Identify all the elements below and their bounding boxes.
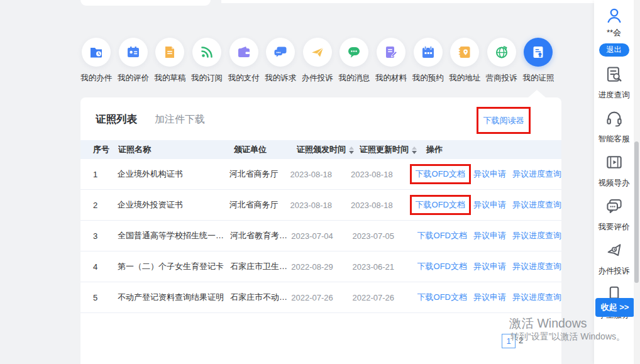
download-ofd-highlight-box: 下载OFD文档 xyxy=(410,195,471,215)
table-row: 1企业境外机构证书河北省商务厅2023-08-182023-08-18下载OFD… xyxy=(80,159,561,190)
user-icon xyxy=(605,6,624,25)
objection-apply-link[interactable]: 异议申请 xyxy=(473,168,506,180)
service-item-label: 我的证照 xyxy=(522,73,554,84)
service-item-chat-duo[interactable]: 我的诉求 xyxy=(262,38,299,84)
cell-actions: 下载OFD文档异议申请异议进度查询 xyxy=(417,261,561,272)
service-item-rss[interactable]: 我的订阅 xyxy=(189,38,226,84)
cell-issue-date: 2023-07-04 xyxy=(291,231,352,241)
tab-certificate-list[interactable]: 证照列表 xyxy=(96,113,137,126)
column-header-label: 证照名称 xyxy=(118,145,151,154)
review-chat-icon xyxy=(605,197,624,218)
cell-issue-date: 2023-08-18 xyxy=(290,201,351,210)
cell-issuer: 石家庄市卫生健... xyxy=(230,261,291,272)
sidebar-item-label: 进度查询 xyxy=(599,90,630,101)
cell-actions: 下载OFD文档异议申请异议进度查询 xyxy=(416,199,561,211)
chat-duo-icon xyxy=(266,38,295,67)
video-icon xyxy=(605,153,624,174)
sidebar-item-review-chat[interactable]: 我要评价 xyxy=(599,197,630,233)
sidebar-item-label: 办件投诉 xyxy=(599,266,630,277)
sidebar-item-complaint[interactable]: 办件投诉 xyxy=(599,241,630,277)
logout-button[interactable]: 退出 xyxy=(599,43,629,57)
service-item-wallet[interactable]: 我的支付 xyxy=(225,38,262,84)
sort-carets-icon[interactable] xyxy=(412,146,417,154)
service-item-label: 我的支付 xyxy=(228,73,260,84)
table-body: 1企业境外机构证书河北省商务厅2023-08-182023-08-18下载OFD… xyxy=(80,159,561,313)
service-item-doc-pen[interactable]: 我的材料 xyxy=(373,38,410,84)
address-book-icon xyxy=(450,38,479,67)
sidebar-item-progress-search[interactable]: 进度查询 xyxy=(599,65,630,101)
table-row: 3全国普通高等学校招生统一考试...河北省教育考试院2023-07-042023… xyxy=(80,221,561,251)
column-header-5: 操作 xyxy=(426,144,561,155)
download-ofd-link[interactable]: 下载OFD文档 xyxy=(416,200,465,209)
cell-issue-date: 2022-07-26 xyxy=(291,293,352,302)
column-header-label: 颁证单位 xyxy=(234,145,267,154)
scrollbar-thumb[interactable] xyxy=(634,141,639,283)
table-row: 5不动产登记资料查询结果证明石家庄市不动产...2022-07-262022-0… xyxy=(80,282,561,313)
pagination-page-2[interactable]: 2 xyxy=(519,336,523,345)
service-item-label: 我的材料 xyxy=(375,73,407,84)
sidebar-item-video[interactable]: 视频导办 xyxy=(599,153,630,189)
column-header-1: 证照名称 xyxy=(118,144,234,155)
service-item-folder-clock[interactable]: 我的办件 xyxy=(78,38,115,84)
download-reader-link[interactable]: 下载阅读器 xyxy=(483,115,524,126)
cell-issuer: 河北省教育考试院 xyxy=(230,230,291,241)
objection-apply-link[interactable]: 异议申请 xyxy=(473,230,506,241)
cell-update-date: 2023-06-21 xyxy=(352,262,417,272)
service-item-label: 我的草稿 xyxy=(154,73,185,84)
top-strip xyxy=(221,0,634,3)
pagination-page-1[interactable]: 1 xyxy=(502,334,516,348)
calendar-icon xyxy=(414,38,443,67)
service-item-label: 我的地址 xyxy=(449,73,480,84)
download-ofd-link[interactable]: 下载OFD文档 xyxy=(417,292,467,303)
cell-index: 3 xyxy=(93,231,118,241)
column-header-2: 颁证单位 xyxy=(234,144,297,155)
service-item-address-book[interactable]: 我的地址 xyxy=(446,38,483,84)
cell-index: 4 xyxy=(93,262,118,272)
cell-update-date: 2023-08-18 xyxy=(351,170,415,179)
objection-progress-link[interactable]: 异议进度查询 xyxy=(512,230,561,241)
cell-issuer: 河北省商务厅 xyxy=(229,168,290,180)
cell-issue-date: 2023-08-18 xyxy=(290,170,351,179)
rss-icon xyxy=(192,38,221,67)
sidebar-item-label: 视频导办 xyxy=(599,178,630,189)
download-ofd-link[interactable]: 下载OFD文档 xyxy=(416,169,465,179)
cell-actions: 下载OFD文档异议申请异议进度查询 xyxy=(417,230,561,241)
objection-apply-link[interactable]: 异议申请 xyxy=(473,261,506,272)
chat-icon xyxy=(339,38,368,67)
service-item-label: 我的办件 xyxy=(80,73,112,84)
service-item-chat[interactable]: 我的消息 xyxy=(336,38,373,84)
certificate-icon xyxy=(524,38,553,67)
table-row: 2企业境外投资证书河北省商务厅2023-08-182023-08-18下载OFD… xyxy=(80,190,561,221)
table-row: 4第一（二）个子女生育登记卡石家庄市卫生健...2022-08-292023-0… xyxy=(80,251,561,282)
objection-progress-link[interactable]: 异议进度查询 xyxy=(512,199,561,211)
cell-update-date: 2023-07-05 xyxy=(352,231,417,241)
objection-progress-link[interactable]: 异议进度查询 xyxy=(512,292,561,303)
download-ofd-link[interactable]: 下载OFD文档 xyxy=(417,261,467,272)
collapse-sidebar-button[interactable]: 收起 >> xyxy=(595,298,634,317)
top-card-fragment xyxy=(80,0,211,6)
cell-index: 2 xyxy=(93,201,118,210)
cell-issuer: 河北省商务厅 xyxy=(229,199,290,211)
cell-update-date: 2022-07-26 xyxy=(352,293,417,302)
download-reader-highlight-box: 下载阅读器 xyxy=(477,107,531,134)
sort-carets-icon[interactable] xyxy=(349,146,354,154)
objection-apply-link[interactable]: 异议申请 xyxy=(473,199,506,211)
service-item-paper-plane[interactable]: 办件投诉 xyxy=(299,38,336,84)
column-header-3[interactable]: 证照颁发时间 xyxy=(297,144,360,155)
objection-progress-link[interactable]: 异议进度查询 xyxy=(512,261,561,272)
objection-progress-link[interactable]: 异议进度查询 xyxy=(512,168,561,180)
tab-annotation-download[interactable]: 加注件下载 xyxy=(155,113,205,126)
cell-certificate-name: 第一（二）个子女生育登记卡 xyxy=(118,261,230,272)
service-item-calendar[interactable]: 我的预约 xyxy=(409,38,446,84)
service-item-certificate[interactable]: 我的证照 xyxy=(520,38,557,84)
objection-apply-link[interactable]: 异议申请 xyxy=(473,292,506,303)
sidebar-username: **会 xyxy=(607,27,621,38)
sidebar-item-headset[interactable]: 智能客服 xyxy=(599,109,630,145)
column-header-4[interactable]: 证照更新时间 xyxy=(360,144,426,155)
service-item-id-card[interactable]: 我的评价 xyxy=(115,38,152,84)
service-item-document[interactable]: 我的草稿 xyxy=(152,38,189,84)
download-ofd-link[interactable]: 下载OFD文档 xyxy=(417,230,467,241)
service-item-globe-arrow[interactable]: 营商投诉 xyxy=(483,38,521,84)
service-item-label: 我的消息 xyxy=(338,73,370,84)
table-header-row: 序号证照名称颁证单位证照颁发时间证照更新时间操作 xyxy=(80,140,561,159)
